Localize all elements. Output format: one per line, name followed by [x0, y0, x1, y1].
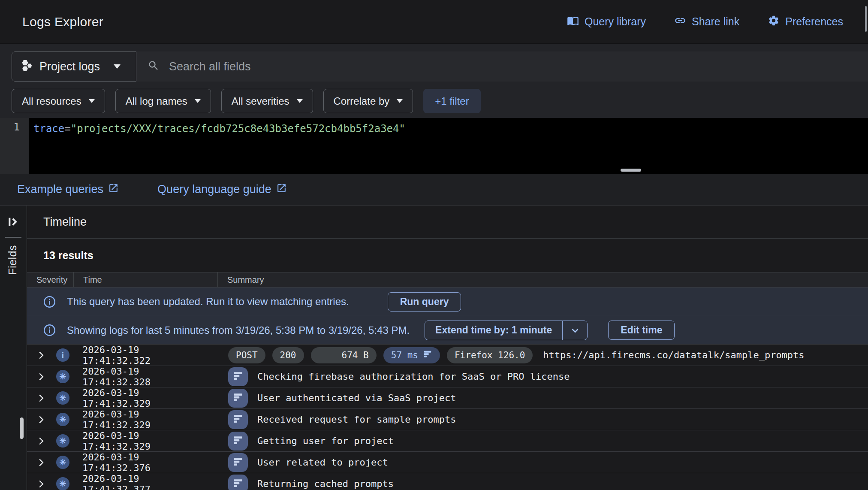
trace-waterfall-icon [423, 349, 432, 361]
query-editor[interactable]: 1 trace="projects/XXX/traces/fcdb725c8e4… [0, 118, 868, 174]
open-in-new-icon [108, 183, 119, 197]
log-summary: User related to project [228, 453, 388, 472]
severity-debug-icon: ✳ [56, 456, 69, 469]
trace-waterfall-icon [232, 435, 244, 448]
query-code[interactable]: trace="projects/XXX/traces/fcdb725c8e43b… [29, 118, 405, 174]
search-input[interactable] [169, 60, 868, 73]
severity-debug-icon: ✳ [56, 413, 69, 426]
extend-time-split-button: Extend time by: 1 minute [425, 321, 588, 340]
line-number-gutter: 1 [0, 118, 29, 174]
log-message: Checking firebase authorization for SaaS… [257, 371, 570, 382]
column-time: Time [74, 272, 218, 287]
log-row[interactable]: ✳2026-03-19 17:41:32.329User authenticat… [27, 387, 868, 408]
filter-label: All log names [126, 95, 187, 107]
expand-row-icon[interactable] [36, 457, 47, 468]
log-rows-list: i2026-03-19 17:41:32.322POST200674 B57 m… [27, 344, 868, 490]
preferences-button[interactable]: Preferences [768, 15, 843, 29]
fields-sidebar: Fields [0, 206, 27, 490]
filter-correlate-by[interactable]: Correlate by [323, 89, 413, 113]
expand-row-icon[interactable] [36, 393, 47, 404]
filter-label: Correlate by [334, 95, 390, 107]
filter-all-severities[interactable]: All severities [221, 89, 313, 113]
query-library-button[interactable]: Query library [567, 15, 646, 29]
severity-debug-icon: ✳ [56, 434, 69, 448]
filter-label: All resources [22, 95, 81, 107]
request-url: https://api.firecms.co/datatalk/sample_p… [543, 350, 804, 360]
trace-waterfall-icon [232, 392, 244, 405]
trace-waterfall-icon [232, 370, 244, 383]
log-message: User related to project [257, 457, 388, 468]
log-message: Returning cached prompts [257, 478, 394, 489]
preferences-label: Preferences [785, 15, 843, 28]
log-row[interactable]: i2026-03-19 17:41:32.322POST200674 B57 m… [27, 344, 868, 366]
share-link-button[interactable]: Share link [674, 15, 739, 29]
expand-panel-button[interactable] [6, 215, 20, 230]
trace-badge[interactable] [228, 475, 248, 490]
editor-resize-handle[interactable] [621, 169, 641, 172]
chevron-down-icon [89, 99, 95, 103]
query-updated-text: This query has been updated. Run it to v… [67, 296, 349, 308]
trace-badge[interactable] [228, 389, 248, 408]
duration-trace-chip[interactable]: 57 ms [383, 347, 440, 363]
log-row[interactable]: ✳2026-03-19 17:41:32.376User related to … [27, 451, 868, 473]
extend-time-options-button[interactable] [562, 321, 587, 340]
book-icon [567, 15, 579, 29]
trace-badge[interactable] [228, 410, 248, 429]
filter-all-resources[interactable]: All resources [12, 89, 105, 113]
log-timestamp: 2026-03-19 17:41:32.328 [82, 366, 211, 387]
open-in-new-icon [276, 183, 287, 197]
trace-badge[interactable] [228, 432, 248, 451]
fields-tab[interactable]: Fields [6, 245, 19, 275]
query-library-label: Query library [585, 15, 646, 28]
extra-filter-label: +1 filter [435, 95, 469, 107]
method-chip: POST [228, 347, 265, 363]
extend-time-button[interactable]: Extend time by: 1 minute [425, 321, 562, 340]
plus-one-filter-chip[interactable]: +1 filter [423, 89, 480, 113]
log-summary: POST200674 B57 msFirefox 126.0https://ap… [228, 347, 805, 363]
example-queries-link[interactable]: Example queries [17, 183, 119, 197]
trace-badge[interactable] [228, 453, 248, 472]
project-logs-icon [21, 59, 33, 74]
sidebar-scrollbar[interactable] [20, 417, 24, 439]
query-token-value: "projects/XXX/traces/fcdb725c8e43b3efe57… [71, 123, 405, 135]
log-row[interactable]: ✳2026-03-19 17:41:32.328Checking firebas… [27, 366, 868, 387]
trace-badge[interactable] [228, 367, 248, 386]
expand-row-icon[interactable] [36, 371, 47, 382]
expand-row-icon[interactable] [36, 414, 47, 425]
search-field[interactable] [136, 51, 868, 82]
status-chip: 200 [272, 347, 304, 363]
severity-info-icon: i [56, 348, 69, 362]
expand-row-icon[interactable] [36, 350, 47, 361]
expand-row-icon[interactable] [36, 478, 47, 490]
edit-time-button[interactable]: Edit time [608, 321, 675, 340]
timeline-section-header[interactable]: Timeline [27, 206, 868, 239]
query-token-field: trace [33, 123, 64, 135]
log-timestamp: 2026-03-19 17:41:32.329 [82, 387, 211, 409]
filter-row: All resources All log names All severiti… [12, 89, 868, 113]
log-timestamp: 2026-03-19 17:41:32.329 [82, 430, 211, 452]
log-message: User authenticated via SaaS project [257, 393, 456, 403]
log-summary: Received request for sample prompts [228, 410, 456, 429]
log-scope-dropdown[interactable]: Project logs [12, 51, 136, 82]
results-table-header: Severity Time Summary [27, 272, 868, 287]
filter-all-log-names[interactable]: All log names [115, 89, 211, 113]
info-banners: This query has been updated. Run it to v… [27, 287, 868, 344]
log-timestamp: 2026-03-19 17:41:32.376 [82, 452, 211, 473]
log-row[interactable]: ✳2026-03-19 17:41:32.329Received request… [27, 408, 868, 430]
query-language-guide-link[interactable]: Query language guide [157, 183, 287, 197]
example-queries-label: Example queries [17, 183, 103, 196]
log-timestamp: 2026-03-19 17:41:32.322 [82, 345, 211, 366]
chevron-down-icon [114, 64, 121, 69]
log-row[interactable]: ✳2026-03-19 17:41:32.329Getting user for… [27, 430, 868, 451]
expand-row-icon[interactable] [36, 436, 47, 447]
trace-waterfall-icon [232, 456, 244, 469]
severity-debug-icon: ✳ [56, 391, 69, 405]
log-row[interactable]: ✳2026-03-19 17:41:32.377Returning cached… [27, 473, 868, 490]
log-timestamp: 2026-03-19 17:41:32.377 [82, 473, 211, 490]
query-language-guide-label: Query language guide [157, 183, 271, 196]
run-query-button[interactable]: Run query [388, 292, 461, 312]
trace-waterfall-icon [232, 478, 244, 490]
share-link-label: Share link [692, 15, 739, 28]
vertical-scrollbar[interactable] [865, 6, 867, 32]
severity-debug-icon: ✳ [56, 477, 69, 490]
